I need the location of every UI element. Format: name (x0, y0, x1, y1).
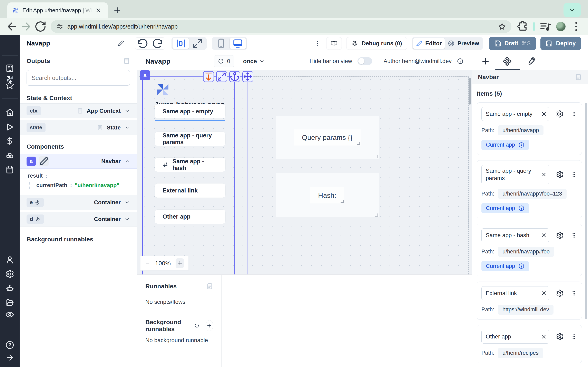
item-settings-icon[interactable] (556, 110, 564, 118)
clear-label-icon[interactable] (541, 232, 547, 238)
item-drag-handle[interactable] (571, 333, 577, 340)
insert-component-tab[interactable] (481, 57, 490, 66)
component-row-d[interactable]: dContainer (20, 212, 137, 226)
runnables-doc-icon[interactable] (206, 283, 213, 290)
rail-play-icon[interactable] (5, 123, 14, 132)
clear-label-icon[interactable] (541, 334, 547, 340)
hash-text[interactable]: Hash: (310, 187, 345, 203)
component-result-tree[interactable]: result: currentPath: "u/henri/navapp" (20, 169, 137, 193)
tab-close-icon[interactable] (95, 7, 101, 13)
chevron-down-icon[interactable] (124, 108, 130, 114)
item-path[interactable]: u/henri/navapp (498, 125, 544, 135)
component-row-navbar[interactable]: a Navbar (20, 154, 137, 169)
chevron-down-icon[interactable] (124, 200, 130, 205)
info-icon[interactable] (518, 205, 525, 211)
tab-overflow-chevron[interactable] (563, 3, 581, 17)
item-drag-handle[interactable] (571, 111, 577, 117)
rail-help-icon[interactable] (5, 341, 14, 350)
app-canvas[interactable]: a Jump between apps Same app - emptySame… (137, 70, 472, 275)
item-label-input[interactable]: Same app - query params (481, 165, 549, 184)
clear-label-icon[interactable] (541, 171, 547, 178)
site-settings-icon[interactable] (56, 23, 63, 30)
canvas-scrollbar[interactable] (468, 78, 471, 105)
nav-item-1[interactable]: Same app - empty (155, 104, 225, 118)
state-row-ctx[interactable]: ctxApp Context (20, 103, 137, 118)
item-settings-icon[interactable] (556, 289, 564, 297)
rail-eye-icon[interactable] (5, 310, 14, 319)
styling-tab[interactable] (526, 57, 536, 66)
outputs-doc-icon[interactable] (123, 58, 130, 64)
item-label-input[interactable]: External link (481, 286, 549, 300)
info-icon[interactable] (518, 142, 525, 148)
item-label-input[interactable]: Other app (481, 330, 549, 343)
full-width-button[interactable] (189, 38, 206, 49)
add-bg-runnable-button[interactable] (206, 320, 213, 331)
chevron-down-icon[interactable] (124, 125, 130, 131)
rail-robot-icon[interactable] (5, 284, 14, 293)
nav-item-4[interactable]: External link (155, 184, 225, 198)
url-bar[interactable]: app.windmill.dev/apps/edit/u/henri/navap… (51, 20, 511, 33)
forward-button[interactable] (20, 20, 32, 33)
nav-item-5[interactable]: Other app (155, 210, 225, 224)
schedule-dropdown[interactable]: once (243, 58, 265, 65)
component-row-e[interactable]: eContainer (20, 195, 137, 210)
extensions-icon[interactable] (516, 20, 528, 33)
media-playlist-icon[interactable] (539, 20, 552, 33)
deploy-button[interactable]: Deploy (540, 37, 581, 50)
refresh-count-button[interactable]: 0 (214, 55, 234, 67)
clear-label-icon[interactable] (541, 290, 547, 296)
selected-component-badge[interactable]: a (140, 70, 150, 80)
item-label-input[interactable]: Same app - empty (481, 107, 549, 121)
edit-id-icon[interactable] (39, 156, 49, 166)
hash-container[interactable]: Hash: (276, 173, 379, 217)
item-drag-handle[interactable] (571, 232, 577, 239)
clear-label-icon[interactable] (541, 111, 547, 117)
new-tab-button[interactable] (113, 6, 122, 15)
rail-building-icon[interactable] (5, 64, 14, 73)
zoom-out-button[interactable] (145, 260, 150, 266)
item-label-input[interactable]: Same app - hash (481, 228, 549, 242)
item-path[interactable]: u/henri/navapp?foo=123 (498, 189, 567, 199)
state-row-state[interactable]: stateState (20, 120, 137, 135)
rail-star-icon[interactable] (5, 81, 14, 90)
fill-height-button[interactable] (203, 71, 214, 82)
draft-button[interactable]: Draft ⌘S (489, 37, 536, 50)
hide-bar-toggle[interactable] (357, 57, 372, 65)
item-path[interactable]: u/henri/navapp#foo (498, 247, 554, 257)
item-path[interactable]: u/henri/recipes (498, 348, 543, 358)
bookmark-star-icon[interactable] (498, 23, 506, 30)
item-settings-icon[interactable] (556, 171, 564, 178)
rail-user-icon[interactable] (5, 255, 14, 264)
component-settings-tab[interactable] (502, 57, 512, 66)
search-outputs-input[interactable] (26, 70, 130, 86)
debug-runs-button[interactable]: Debug runs (0) (346, 37, 407, 50)
item-drag-handle[interactable] (571, 171, 577, 178)
nav-item-2[interactable]: Same app - query params (155, 132, 225, 146)
redo-button[interactable] (150, 38, 165, 49)
item-settings-icon[interactable] (556, 231, 564, 239)
back-button[interactable] (6, 20, 18, 33)
nav-item-3[interactable]: Same app - hash (155, 158, 225, 172)
item-path[interactable]: https://windmill.dev (498, 305, 553, 315)
collapse-icon[interactable] (124, 158, 130, 164)
rail-dollar-icon[interactable] (5, 136, 14, 145)
item-settings-icon[interactable] (556, 333, 564, 341)
editor-tab[interactable]: Editor (413, 38, 445, 49)
settings-scrollbar[interactable] (585, 103, 587, 319)
bg-runnables-info-icon[interactable] (195, 322, 199, 329)
rail-gear-icon[interactable] (5, 269, 14, 278)
browser-tab[interactable]: Edit App u/henri/navapp | Win (7, 2, 108, 18)
centered-layout-button[interactable] (172, 38, 189, 49)
more-menu-icon[interactable] (314, 40, 320, 47)
item-drag-handle[interactable] (571, 290, 577, 296)
chevron-down-icon[interactable] (124, 216, 130, 222)
info-icon[interactable] (518, 263, 525, 269)
zoom-in-button[interactable] (176, 258, 184, 268)
browser-profile-avatar[interactable] (556, 22, 566, 31)
rail-home-icon[interactable] (5, 108, 14, 117)
undo-button[interactable] (135, 38, 150, 49)
expand-button[interactable] (216, 71, 227, 82)
rail-arrow-right-icon[interactable] (5, 353, 14, 362)
anchor-button[interactable] (229, 71, 240, 82)
reload-button[interactable] (34, 20, 47, 33)
